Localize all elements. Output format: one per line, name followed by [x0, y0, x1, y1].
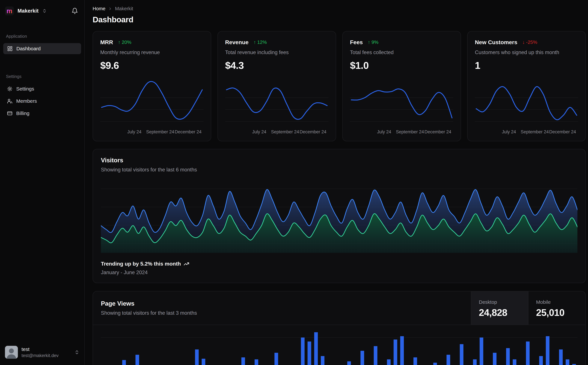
dashboard-icon [7, 46, 13, 51]
stat-card-fees: Fees ↑ 9% Total fees collected $1.0 July… [342, 31, 461, 141]
page-views-bar-chart [101, 326, 577, 365]
x-tick: July 24 [127, 129, 141, 134]
tab-label: Mobile [536, 299, 585, 305]
sidebar-item-label: Settings [16, 86, 34, 92]
visitors-subtitle: Showing total visitors for the last 6 mo… [101, 167, 577, 173]
x-axis-labels: July 24 September 24 December 24 [225, 129, 328, 136]
sidebar-item-label: Dashboard [16, 46, 41, 51]
stat-title: Fees [350, 39, 363, 45]
x-tick: July 24 [502, 129, 516, 134]
new-customers-sparkline-chart [475, 77, 578, 126]
sidebar-item-members[interactable]: Members [3, 96, 81, 106]
page-views-title: Page Views [101, 300, 463, 307]
stat-title: Revenue [225, 39, 249, 45]
trend-badge: ↑ 20% [118, 40, 131, 45]
chevrons-up-down-icon [74, 350, 79, 355]
trend-badge: ↓ -25% [522, 40, 537, 45]
makerkit-logo: m [5, 7, 14, 15]
stat-card-revenue: Revenue ↑ 12% Total revenue including fe… [217, 31, 336, 141]
bell-icon [71, 8, 78, 14]
page-views-card: Page Views Showing total visitors for th… [93, 291, 586, 365]
page-views-tabs: Desktop 24,828 Mobile 25,010 [471, 291, 585, 325]
tab-label: Desktop [479, 299, 528, 305]
stat-value: $4.3 [225, 60, 328, 71]
sidebar-item-settings[interactable]: Settings [3, 83, 81, 94]
mrr-sparkline-chart [100, 77, 204, 126]
settings-icon [7, 86, 13, 92]
chevrons-up-down-icon [42, 9, 47, 13]
tab-mobile[interactable]: Mobile 25,010 [528, 291, 585, 325]
section-label-settings: Settings [3, 74, 81, 79]
x-axis-labels: July 24 September 24 December 24 [100, 129, 204, 136]
visitors-card: Visitors Showing total visitors for the … [93, 149, 586, 283]
chevron-right-icon [108, 7, 112, 11]
page-title: Dashboard [93, 15, 586, 24]
breadcrumb: Home Makerkit [93, 6, 586, 11]
sidebar-item-label: Billing [16, 111, 29, 116]
stat-title: MRR [100, 39, 113, 45]
tab-value: 25,010 [536, 307, 585, 318]
page-views-subtitle: Showing total visitors for the last 3 mo… [101, 310, 463, 316]
stat-description: Monthly recurring revenue [100, 49, 204, 56]
sidebar-item-billing[interactable]: Billing [3, 108, 81, 119]
workspace-selector[interactable]: m Makerkit [3, 4, 81, 18]
stat-description: Total revenue including fees [225, 49, 328, 56]
sidebar-nav: Application Dashboard Settings Settings … [3, 34, 81, 119]
trend-delta: -25% [526, 40, 537, 45]
x-tick: December 24 [299, 129, 326, 134]
trend-arrow-icon: ↓ [522, 40, 525, 45]
stat-card-new-customers: New Customers ↓ -25% Customers who signe… [467, 31, 586, 141]
visitors-date-range: January - June 2024 [101, 270, 577, 275]
tab-desktop[interactable]: Desktop 24,828 [471, 291, 528, 325]
x-axis-labels: July 24 September 24 December 24 [350, 129, 453, 136]
x-tick: September 24 [146, 129, 174, 134]
revenue-sparkline-chart [225, 77, 328, 126]
x-tick: July 24 [377, 129, 391, 134]
trend-arrow-icon: ↑ [254, 40, 256, 45]
stat-card-mrr: MRR ↑ 20% Monthly recurring revenue $9.6… [93, 31, 211, 141]
x-tick: September 24 [521, 129, 549, 134]
user-meta: test test@makerkit.dev [21, 346, 59, 358]
stat-value: $9.6 [100, 60, 204, 71]
sidebar: m Makerkit Application Dashboard Setting… [0, 0, 85, 365]
x-tick: December 24 [424, 129, 451, 134]
workspace-name: Makerkit [18, 8, 39, 14]
logo-letter: m [7, 8, 12, 14]
visitors-area-chart [101, 180, 577, 253]
breadcrumb-current: Makerkit [115, 6, 133, 11]
user-menu[interactable]: test test@makerkit.dev [3, 344, 81, 360]
user-avatar [5, 346, 18, 359]
trend-delta: 20% [122, 40, 131, 45]
visitors-trend-text: Trending up by 5.2% this month [101, 261, 181, 267]
nav-spacer [3, 54, 81, 74]
page-views-header: Page Views Showing total visitors for th… [93, 291, 585, 325]
avatar-placeholder [5, 346, 18, 359]
trend-delta: 12% [257, 40, 267, 45]
x-tick: September 24 [396, 129, 424, 134]
stat-value: $1.0 [350, 60, 453, 71]
trend-badge: ↑ 9% [368, 40, 378, 45]
trend-delta: 9% [372, 40, 378, 45]
x-axis-labels: July 24 September 24 December 24 [475, 129, 578, 136]
stat-value: 1 [475, 60, 578, 71]
billing-icon [7, 111, 13, 116]
sidebar-item-dashboard[interactable]: Dashboard [3, 43, 81, 54]
x-tick: December 24 [175, 129, 201, 134]
page-views-heading: Page Views Showing total visitors for th… [93, 291, 471, 325]
notifications-button[interactable] [70, 6, 79, 15]
trending-up-icon [184, 261, 189, 267]
x-tick: September 24 [271, 129, 299, 134]
user-email: test@makerkit.dev [21, 353, 59, 358]
visitors-title: Visitors [101, 157, 577, 164]
main-content: Home Makerkit Dashboard MRR ↑ 20% Monthl… [85, 0, 588, 365]
user-name: test [21, 346, 59, 352]
trend-arrow-icon: ↑ [368, 40, 370, 45]
stat-title: New Customers [475, 39, 517, 45]
stat-description: Total fees collected [350, 49, 453, 56]
breadcrumb-home-link[interactable]: Home [93, 6, 105, 11]
trend-badge: ↑ 12% [254, 40, 267, 45]
visitors-footer: Trending up by 5.2% this month [101, 261, 577, 267]
section-label-application: Application [3, 34, 81, 39]
trend-arrow-icon: ↑ [118, 40, 120, 45]
x-tick: July 24 [252, 129, 266, 134]
